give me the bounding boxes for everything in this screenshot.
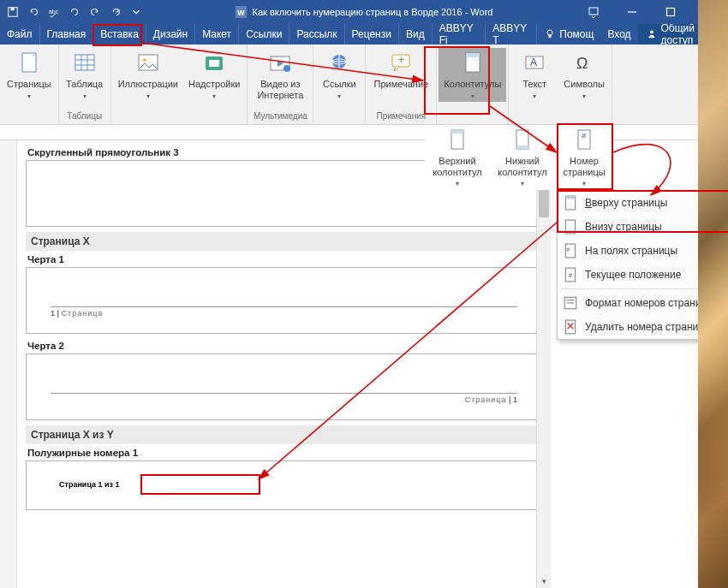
- comment-icon: +: [387, 50, 415, 77]
- window-title: W Как включить нумерацию страниц в Ворде…: [236, 6, 493, 18]
- svg-rect-41: [565, 231, 575, 234]
- comment-button[interactable]: + Примечание: [367, 48, 434, 92]
- tab-abbyy2[interactable]: ABBYY T: [486, 24, 537, 45]
- svg-text:#: #: [569, 271, 573, 279]
- qat-more-icon[interactable]: [127, 3, 146, 21]
- tab-design[interactable]: Дизайн: [146, 24, 195, 45]
- gallery-scrollbar[interactable]: ▴ ▾: [536, 140, 551, 588]
- header-footer-button[interactable]: Колонтитулы▾: [439, 48, 506, 102]
- ribbon-tabs: Файл Главная Вставка Дизайн Макет Ссылки…: [0, 24, 728, 45]
- tab-file[interactable]: Файл: [0, 24, 40, 45]
- picture-icon: [134, 50, 162, 77]
- minimize-icon[interactable]: [612, 0, 651, 24]
- tab-abbyy1[interactable]: ABBYY Fi: [433, 24, 486, 45]
- svg-point-22: [283, 65, 290, 72]
- gallery-label: Черта 1: [26, 251, 542, 267]
- addins-icon: [200, 50, 228, 77]
- svg-rect-1: [10, 8, 14, 11]
- page-margin-icon: #: [563, 243, 578, 258]
- text-button[interactable]: A Текст▾: [510, 48, 558, 102]
- tab-references[interactable]: Ссылки: [239, 24, 289, 45]
- table-button[interactable]: Таблица▾: [61, 48, 109, 102]
- pages-button[interactable]: Страницы▾: [2, 48, 57, 102]
- online-video-button[interactable]: Видео изИнтернета: [249, 48, 311, 102]
- svg-point-8: [547, 30, 552, 35]
- textbox-icon: A: [521, 50, 548, 77]
- ribbon-options-icon[interactable]: [574, 0, 612, 24]
- addins-button[interactable]: Надстройки▾: [183, 48, 245, 102]
- tab-view[interactable]: Вид: [399, 24, 433, 45]
- tab-review[interactable]: Рецензи: [345, 24, 399, 45]
- svg-rect-9: [549, 35, 552, 38]
- gallery-item-bold1[interactable]: Страница 1 из 1: [26, 460, 542, 510]
- svg-rect-5: [589, 8, 598, 15]
- svg-point-18: [143, 58, 146, 62]
- page-icon: [15, 50, 43, 77]
- svg-text:#: #: [582, 132, 586, 140]
- svg-rect-28: [466, 53, 480, 57]
- svg-text:W: W: [237, 9, 245, 17]
- undo-icon[interactable]: [24, 3, 43, 21]
- ribbon-insert: Страницы▾ Таблица▾ Таблицы Иллюстрации▾ …: [0, 45, 728, 125]
- spell-icon[interactable]: abc: [45, 3, 63, 21]
- page-top-icon: [563, 195, 578, 211]
- page-number-button[interactable]: # Номерстраницы ▾: [555, 125, 613, 190]
- link-icon: [325, 50, 353, 77]
- sign-in[interactable]: Вход: [600, 24, 637, 45]
- top-header-button[interactable]: Верхнийколонтитул ▾: [425, 125, 490, 190]
- svg-text:#: #: [567, 246, 570, 252]
- repeat-icon[interactable]: [65, 3, 84, 21]
- tell-me[interactable]: Помощ: [537, 24, 600, 45]
- format-icon: [563, 295, 578, 311]
- tab-home[interactable]: Главная: [40, 24, 94, 45]
- svg-rect-35: [516, 146, 528, 149]
- share-icon: [647, 28, 657, 40]
- page-number-gallery: Скругленный прямоугольник 3 Страница X Ч…: [0, 140, 551, 588]
- undo2-icon[interactable]: [86, 3, 104, 21]
- gallery-label: Черта 2: [26, 337, 542, 353]
- save-icon[interactable]: [3, 3, 22, 21]
- table-icon: [71, 50, 98, 77]
- svg-rect-33: [451, 130, 463, 134]
- vertical-ruler[interactable]: [0, 140, 17, 588]
- gallery-section: Страница X из Y: [26, 425, 542, 444]
- svg-text:abc: abc: [49, 9, 59, 15]
- links-button[interactable]: Ссылки▾: [315, 48, 363, 102]
- titlebar: abc W Как включить нумерацию страниц в В…: [0, 0, 728, 24]
- illustrations-button[interactable]: Иллюстрации▾: [113, 48, 183, 102]
- scroll-down-icon[interactable]: ▾: [537, 573, 551, 588]
- lightbulb-icon: [544, 28, 556, 40]
- svg-rect-49: [565, 320, 575, 334]
- omega-icon: Ω: [570, 50, 598, 77]
- symbols-button[interactable]: Ω Символы▾: [558, 48, 610, 102]
- svg-rect-20: [209, 60, 219, 67]
- redo-icon[interactable]: [106, 3, 125, 21]
- bottom-footer-button[interactable]: Нижнийколонтитул ▾: [490, 125, 555, 190]
- svg-rect-12: [75, 55, 94, 70]
- footer-icon: [509, 127, 536, 154]
- remove-icon: [563, 319, 578, 335]
- svg-text:Ω: Ω: [576, 55, 588, 72]
- svg-text:+: +: [398, 54, 404, 66]
- svg-text:A: A: [530, 56, 537, 68]
- gallery-item-line2[interactable]: Страница | 1: [26, 353, 542, 420]
- tab-mailings[interactable]: Рассылк: [289, 24, 344, 45]
- page-number-icon: #: [570, 127, 598, 154]
- horizontal-ruler[interactable]: [0, 125, 728, 140]
- header-icon: [444, 127, 471, 154]
- gallery-section: Страница X: [26, 232, 542, 251]
- header-icon: [459, 50, 486, 77]
- tab-insert[interactable]: Вставка: [93, 24, 146, 45]
- tab-layout[interactable]: Макет: [195, 24, 239, 45]
- video-icon: [266, 50, 294, 77]
- desktop-background: [698, 0, 728, 588]
- gallery-item-line1[interactable]: 1 | Страница: [26, 267, 542, 334]
- quick-access-toolbar: abc: [0, 3, 149, 21]
- svg-rect-7: [666, 9, 674, 16]
- maximize-icon[interactable]: [651, 0, 689, 24]
- current-pos-icon: #: [563, 267, 578, 282]
- gallery-label: Полужирные номера 1: [26, 444, 542, 460]
- svg-rect-17: [139, 55, 158, 70]
- svg-rect-39: [565, 196, 575, 199]
- page-bottom-icon: [563, 219, 578, 235]
